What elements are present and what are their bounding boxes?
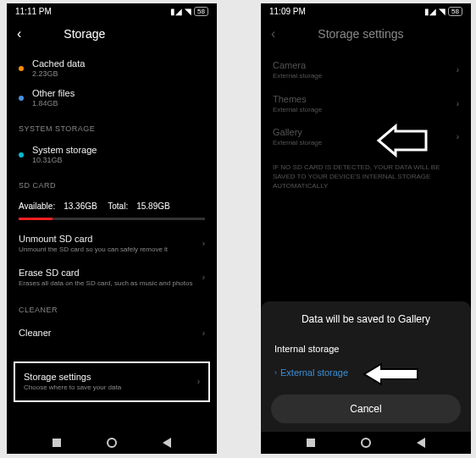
status-time: 11:11 PM [15,7,52,16]
nav-bar [7,432,217,454]
cancel-label: Cancel [350,403,381,415]
erase-sd-item[interactable]: Erase SD card Erases all data on the SD … [7,261,217,295]
cached-data-row[interactable]: Cached data 2.23GB [7,53,217,83]
back-button[interactable]: ‹ [17,26,21,41]
cached-label: Cached data [32,58,85,69]
nav-home-button[interactable] [107,438,117,448]
sd-total-label: Total: [108,201,128,211]
nav-back-button[interactable] [417,438,425,448]
storage-settings-sub: Choose where to save your data [24,384,121,392]
header: ‹ Storage [7,18,217,53]
nav-recents-button[interactable] [307,439,315,447]
other-files-row[interactable]: Other files 1.84GB [7,83,217,113]
cleaner-label: Cleaner [19,328,52,338]
erase-label: Erase SD card [19,268,192,278]
dot-icon [19,96,24,101]
section-system-storage: SYSTEM STORAGE [7,113,217,140]
signal-icon: ▮◢ [424,7,436,16]
sheet-title: Data will be saved to Gallery [271,313,461,325]
cleaner-item[interactable]: Cleaner › [7,321,217,345]
unmount-sub: Unmount the SD card so you can safely re… [19,246,168,254]
cancel-button[interactable]: Cancel [271,395,461,423]
gallery-label: Gallery [273,127,322,137]
chevron-right-icon: › [197,377,200,386]
erase-sub: Erases all data on the SD card, such as … [19,279,192,288]
nav-recents-button[interactable] [53,439,61,447]
sd-card-info: Available:13.36GB Total:15.89GB [7,196,217,214]
sd-available: 13.36GB [64,201,97,211]
dimmed-background: ‹ Storage settings Camera External stora… [261,18,471,199]
bottom-sheet: Data will be saved to Gallery Internal s… [261,301,471,432]
battery-icon: 58 [194,7,208,16]
sd-progress-fill [19,218,53,220]
info-note: IF NO SD CARD IS DETECTED, YOUR DATA WIL… [261,154,471,200]
other-label: Other files [32,88,75,98]
gallery-sub: External storage [273,139,322,147]
option-external-storage[interactable]: › External storage [271,361,461,384]
option-internal-storage[interactable]: Internal storage [271,337,461,361]
themes-item[interactable]: Themes External storage › [261,87,471,121]
status-bar: 11:11 PM ▮◢ ◥ 58 [7,3,217,18]
nav-home-button[interactable] [361,438,371,448]
dot-icon [19,152,24,157]
signal-icon: ▮◢ [170,7,182,16]
nav-back-button[interactable] [163,438,171,448]
themes-sub: External storage [273,106,322,114]
phone-storage-settings-screen: 11:09 PM ▮◢ ◥ 58 ‹ Storage settings Came… [261,3,471,454]
sd-total: 15.89GB [136,201,169,211]
page-title: Storage [64,27,105,41]
battery-icon: 58 [448,7,462,16]
gallery-item[interactable]: Gallery External storage › [261,120,471,154]
nav-bar [261,432,471,454]
system-size: 10.31GB [32,156,97,164]
chevron-right-icon: › [202,273,205,282]
camera-sub: External storage [273,72,322,80]
unmount-label: Unmount SD card [19,234,168,244]
sd-progress [19,218,205,220]
page-title: Storage settings [318,27,403,41]
other-size: 1.84GB [32,99,75,108]
storage-settings-item[interactable]: Storage settings Choose where to save yo… [17,365,207,399]
camera-item[interactable]: Camera External storage › [261,53,471,87]
option-internal-label: Internal storage [274,344,339,354]
chevron-right-icon: › [274,368,277,377]
sd-available-label: Available: [19,201,55,211]
header: ‹ Storage settings [261,18,471,53]
system-label: System storage [32,145,97,155]
themes-label: Themes [273,94,322,104]
camera-label: Camera [273,60,322,70]
chevron-right-icon: › [457,132,459,141]
chevron-right-icon: › [202,239,205,248]
chevron-right-icon: › [457,65,459,74]
status-bar: 11:09 PM ▮◢ ◥ 58 [261,3,471,18]
section-cleaner: CLEANER [7,294,217,321]
phone-storage-screen: 11:11 PM ▮◢ ◥ 58 ‹ Storage Cached data 2… [7,3,217,454]
wifi-icon: ◥ [439,7,446,16]
dot-icon [19,66,24,71]
system-storage-row[interactable]: System storage 10.31GB [7,140,217,169]
wifi-icon: ◥ [185,7,191,16]
chevron-right-icon: › [202,328,205,338]
option-external-label: External storage [280,367,348,378]
status-time: 11:09 PM [269,7,306,16]
cached-size: 2.23GB [32,69,85,78]
chevron-right-icon: › [457,99,459,108]
storage-settings-label: Storage settings [24,372,121,382]
section-sd-card: SD CARD [7,169,217,196]
unmount-sd-item[interactable]: Unmount SD card Unmount the SD card so y… [7,227,217,261]
back-button[interactable]: ‹ [271,26,275,41]
storage-settings-highlight: Storage settings Choose where to save yo… [14,361,210,402]
